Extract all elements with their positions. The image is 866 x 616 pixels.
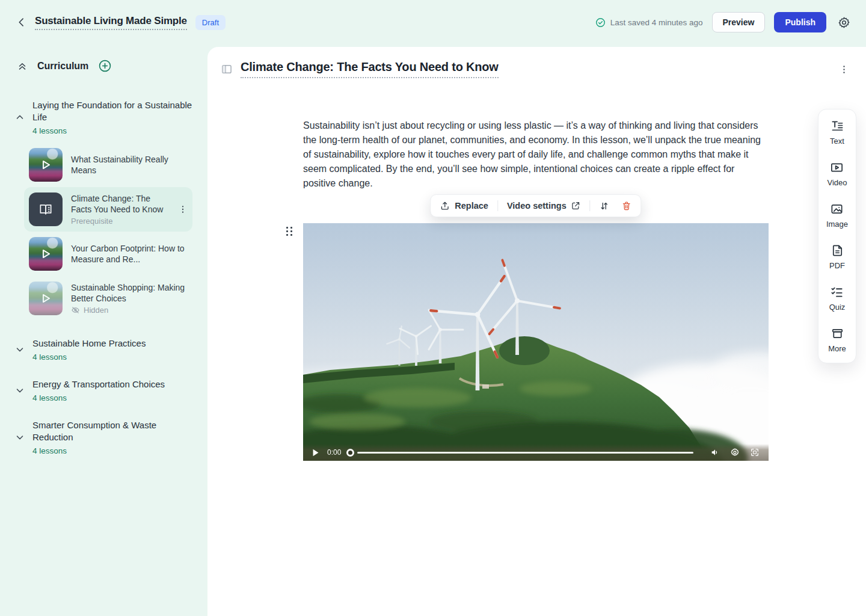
fullscreen-button[interactable] <box>748 445 762 460</box>
status-badge: Draft <box>195 15 226 30</box>
lesson-title: Sustainable Shopping: Making Better Choi… <box>71 282 188 304</box>
lesson-title: Climate Change: The Facts You Need to Kn… <box>71 193 170 215</box>
eye-off-icon <box>71 306 80 315</box>
double-chevron-up-icon <box>17 61 28 72</box>
lesson-intro-paragraph[interactable]: Sustainability isn’t just about recyclin… <box>303 119 769 191</box>
volume-button[interactable] <box>708 445 722 460</box>
lesson-item[interactable]: What Sustainability Really Means <box>24 143 192 187</box>
lesson-video-thumbnail <box>29 148 63 182</box>
scrubber-knob[interactable] <box>346 449 354 457</box>
delete-block-button[interactable] <box>619 201 635 211</box>
upload-icon <box>440 201 450 211</box>
back-button[interactable] <box>13 14 30 31</box>
progress-track[interactable] <box>357 452 693 454</box>
external-link-icon <box>571 201 581 211</box>
replace-video-button[interactable]: Replace <box>437 201 491 211</box>
top-bar-actions: Last saved 4 minutes ago Preview Publish <box>595 12 853 32</box>
pdf-block-icon <box>831 244 844 257</box>
section-lesson-count: 4 lessons <box>32 393 199 402</box>
video-controls-bar: 0:00 <box>303 444 769 461</box>
add-section-button[interactable] <box>96 57 114 75</box>
more-blocks-icon <box>831 327 844 340</box>
curriculum-title: Curriculum <box>37 61 88 72</box>
wind-farm-video-frame <box>303 223 769 461</box>
section-title: Smarter Consumption & Waste Reduction <box>32 419 199 443</box>
insert-block-toolbar: Text Video Image PDF <box>818 109 856 363</box>
lesson-item-selected[interactable]: Climate Change: The Facts You Need to Kn… <box>24 187 192 232</box>
swap-arrows-icon <box>600 201 610 211</box>
saved-check-icon <box>595 17 606 28</box>
video-block-toolbar: Replace Video settings <box>430 194 641 217</box>
section-title: Sustainable Home Practices <box>32 337 199 350</box>
insert-more-button[interactable]: More <box>828 327 846 353</box>
preview-button[interactable]: Preview <box>712 12 766 32</box>
toggle-sidebar-button[interactable] <box>218 61 235 78</box>
lesson-item[interactable]: Your Carbon Footprint: How to Measure an… <box>24 232 192 276</box>
play-button[interactable] <box>310 446 322 459</box>
play-icon <box>29 148 63 182</box>
chevron-down-icon <box>14 432 25 443</box>
settings-button[interactable] <box>835 14 853 31</box>
play-icon <box>29 282 63 315</box>
section-header[interactable]: Sustainable Home Practices 4 lessons <box>14 337 199 362</box>
lesson-list: What Sustainability Really Means Climate… <box>24 143 199 321</box>
trash-icon <box>622 201 632 211</box>
section-lesson-count: 4 lessons <box>32 126 199 135</box>
lesson-video-thumbnail <box>29 282 63 315</box>
section-header[interactable]: Smarter Consumption & Waste Reduction 4 … <box>14 419 199 455</box>
lesson-video-player[interactable]: 0:00 <box>303 223 769 461</box>
panel-layout-icon <box>221 63 233 75</box>
chevron-up-icon <box>14 112 25 123</box>
section-header[interactable]: Laying the Foundation for a Sustainable … <box>14 99 199 135</box>
collapse-all-button[interactable] <box>14 58 30 74</box>
top-bar: Sustainable Living Made Simple Draft Las… <box>0 0 866 45</box>
chevron-down-icon <box>14 385 25 396</box>
curriculum-section: Energy & Transportation Choices 4 lesson… <box>14 378 199 402</box>
insert-text-button[interactable]: Text <box>830 119 844 146</box>
lesson-item-hidden[interactable]: Sustainable Shopping: Making Better Choi… <box>24 276 192 321</box>
play-icon <box>29 237 63 271</box>
lesson-page-title[interactable]: Climate Change: The Facts You Need to Kn… <box>241 60 499 78</box>
lesson-options-kebab[interactable] <box>837 62 852 77</box>
video-block-icon <box>830 161 844 174</box>
section-lesson-count: 4 lessons <box>32 353 199 362</box>
course-title[interactable]: Sustainable Living Made Simple <box>35 15 187 30</box>
curriculum-section: Sustainable Home Practices 4 lessons <box>14 337 199 362</box>
image-block-icon <box>830 202 844 216</box>
lesson-title: Your Carbon Footprint: How to Measure an… <box>71 243 188 265</box>
publish-button[interactable]: Publish <box>774 12 826 32</box>
insert-video-button[interactable]: Video <box>827 161 847 187</box>
video-timestamp: 0:00 <box>327 448 341 457</box>
lesson-kebab-menu[interactable] <box>178 205 188 214</box>
lesson-reading-thumbnail <box>29 192 63 226</box>
video-settings-button[interactable]: Video settings <box>504 201 584 211</box>
block-drag-handle[interactable] <box>286 227 292 236</box>
section-title: Laying the Foundation for a Sustainable … <box>32 99 199 123</box>
player-settings-button[interactable] <box>728 445 742 460</box>
curriculum-section: Laying the Foundation for a Sustainable … <box>14 99 199 321</box>
chevron-down-icon <box>14 344 25 355</box>
open-book-icon <box>38 202 54 217</box>
last-saved-text: Last saved 4 minutes ago <box>610 18 703 27</box>
move-block-button[interactable] <box>597 201 613 211</box>
back-chevron-icon <box>16 16 28 28</box>
toolbar-divider <box>497 200 498 211</box>
lesson-video-thumbnail <box>29 237 63 271</box>
lesson-badge: Hidden <box>84 306 108 315</box>
curriculum-section: Smarter Consumption & Waste Reduction 4 … <box>14 419 199 455</box>
insert-image-button[interactable]: Image <box>826 202 848 229</box>
replace-label: Replace <box>455 201 488 211</box>
section-header[interactable]: Energy & Transportation Choices 4 lesson… <box>14 378 199 402</box>
lesson-badge: Prerequisite <box>71 217 170 226</box>
video-settings-label: Video settings <box>507 201 567 211</box>
gear-icon <box>838 16 850 29</box>
curriculum-header: Curriculum <box>14 57 199 75</box>
insert-pdf-button[interactable]: PDF <box>829 244 845 270</box>
insert-quiz-button[interactable]: Quiz <box>829 285 846 312</box>
section-title: Energy & Transportation Choices <box>32 378 199 390</box>
text-block-icon <box>831 119 844 133</box>
toolbar-divider <box>590 200 591 211</box>
curriculum-sidebar: Curriculum Laying the Foundation for a S… <box>0 45 207 616</box>
lesson-header: Climate Change: The Facts You Need to Kn… <box>207 47 866 78</box>
lesson-title: What Sustainability Really Means <box>71 154 188 176</box>
